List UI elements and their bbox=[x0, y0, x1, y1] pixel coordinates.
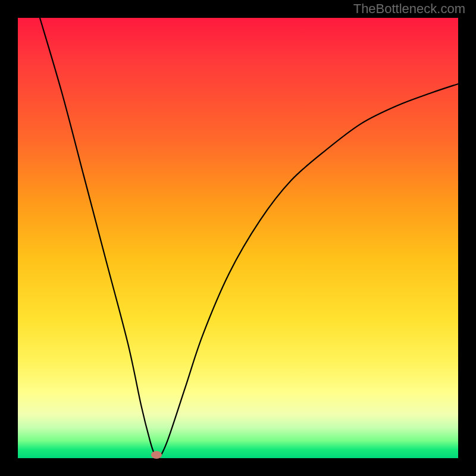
watermark-text: TheBottleneck.com bbox=[353, 1, 465, 17]
bottleneck-curve bbox=[40, 18, 458, 459]
curve-layer bbox=[18, 18, 458, 458]
chart-frame: TheBottleneck.com bbox=[0, 0, 476, 476]
plot-area bbox=[18, 18, 458, 458]
